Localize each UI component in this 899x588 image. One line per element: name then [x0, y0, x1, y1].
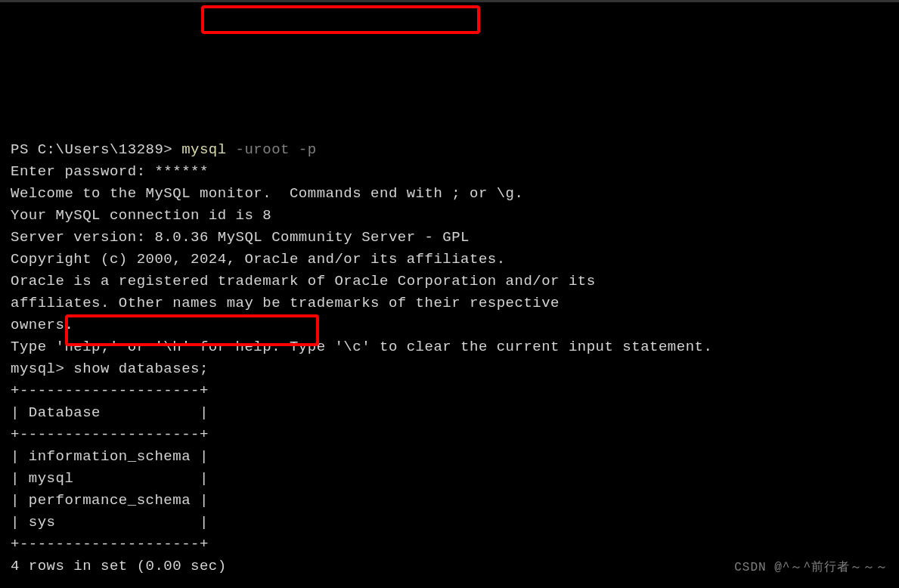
output-line: Copyright (c) 2000, 2024, Oracle and/or …: [11, 249, 888, 271]
show-databases-cmd: show databases;: [73, 361, 209, 377]
output-line: affiliates. Other names may be trademark…: [11, 292, 888, 314]
watermark: CSDN @^～^前行者～～～: [734, 557, 888, 579]
output-line: owners.: [11, 314, 888, 336]
table-border: +--------------------+: [11, 534, 888, 556]
table-row: | information_schema |: [11, 446, 888, 468]
window-border: [0, 0, 899, 2]
mysql-command: mysql: [181, 141, 227, 158]
output-line: Your MySQL connection id is 8: [11, 205, 888, 227]
table-border: +--------------------+: [11, 380, 888, 402]
blank-line: [11, 577, 888, 588]
table-border: +--------------------+: [11, 424, 888, 446]
output-line: Enter password: ******: [11, 161, 888, 183]
output-line: Oracle is a registered trademark of Orac…: [11, 271, 888, 292]
table-header: | Database |: [11, 402, 888, 424]
output-line: Welcome to the MySQL monitor. Commands e…: [11, 183, 888, 205]
terminal-content[interactable]: PS C:\Users\13289> mysql -uroot -pEnter …: [11, 139, 888, 588]
mysql-args: -uroot -p: [227, 141, 317, 158]
table-row: | sys |: [11, 512, 888, 534]
output-line: Type 'help;' or '\h' for help. Type '\c'…: [11, 336, 888, 358]
table-row: | mysql |: [11, 468, 888, 490]
ps-prompt: PS C:\Users\13289>: [11, 141, 181, 158]
highlight-annotation-1: [201, 5, 480, 34]
output-line: Server version: 8.0.36 MySQL Community S…: [11, 227, 888, 249]
table-row: | performance_schema |: [11, 490, 888, 512]
mysql-prompt: mysql>: [11, 361, 73, 377]
